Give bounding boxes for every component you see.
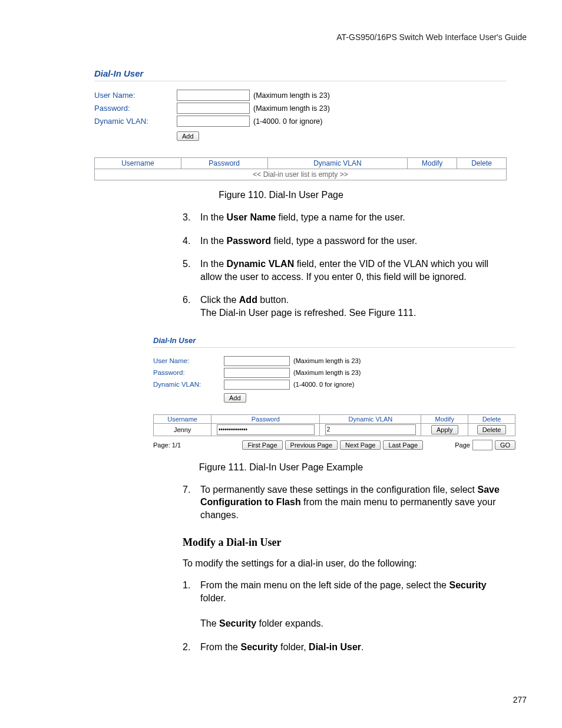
username-input-2[interactable] (224, 356, 290, 366)
fig111-caption: Figure 111. Dial-In User Page Example (35, 462, 527, 473)
page-label: Page (455, 442, 470, 449)
vlan-input[interactable] (177, 116, 250, 127)
m2-b2: Dial-in User (309, 642, 361, 652)
add-button-2[interactable]: Add (224, 393, 246, 403)
vlan-label: Dynamic VLAN: (94, 117, 177, 126)
password-hint: (Maximum length is 23) (253, 104, 330, 113)
step3-num: 3. (183, 211, 200, 224)
step5-num: 5. (183, 258, 200, 283)
fig111-title: Dial-In User (153, 336, 515, 348)
delete-button[interactable]: Delete (477, 425, 507, 434)
pager: Page: 1/1 First Page Previous Page Next … (153, 440, 515, 450)
th-password: Password (181, 158, 267, 169)
page-input[interactable] (472, 440, 492, 450)
th2-username: Username (154, 414, 211, 423)
step3-bold: User Name (226, 212, 276, 222)
doc-header: AT-GS950/16PS Switch Web Interface User'… (35, 32, 527, 42)
section-intro: To modify the settings for a dial-in use… (183, 557, 500, 570)
prev-page-button[interactable]: Previous Page (285, 440, 338, 450)
next-page-button[interactable]: Next Page (340, 440, 381, 450)
m1-l2c: folder expands. (256, 618, 323, 628)
password-input[interactable] (177, 103, 250, 114)
step7-num: 7. (183, 483, 200, 522)
password-input-2[interactable] (224, 368, 290, 378)
th2-password: Password (211, 414, 320, 423)
page-info: Page: 1/1 (153, 442, 181, 449)
step6-line2: The Dial-in User page is refreshed. See … (200, 308, 416, 318)
fig110-title: Dial-In User (94, 68, 507, 81)
m1-l2b: Security (219, 618, 256, 628)
m1-post: folder. (200, 593, 226, 603)
m-step2-num: 2. (183, 641, 200, 654)
section-heading: Modify a Dial-in User (183, 535, 500, 549)
fig110-table: Username Password Dynamic VLAN Modify De… (94, 157, 507, 180)
username-label: User Name: (94, 91, 177, 100)
password-label-2: Password: (153, 369, 224, 376)
step7-pre: To permanently save these settings in th… (200, 485, 477, 495)
step4-bold: Password (226, 236, 271, 246)
m2-pre: From the (200, 642, 240, 652)
empty-row: << Dial-in user list is empty >> (95, 169, 507, 180)
step4-num: 4. (183, 235, 200, 248)
step4-pre: In the (200, 236, 226, 246)
username-label-2: User Name: (153, 357, 224, 364)
m1-bold: Security (449, 580, 486, 590)
vlan-label-2: Dynamic VLAN: (153, 381, 224, 388)
th-modify: Modify (408, 158, 457, 169)
username-hint-2: (Maximum length is 23) (293, 357, 361, 364)
vlan-hint-2: (1-4000. 0 for ignore) (293, 381, 354, 388)
th-vlan: Dynamic VLAN (267, 158, 408, 169)
vlan-hint: (1-4000. 0 for ignore) (253, 117, 322, 126)
instructions-b: 7. To permanently save these settings in… (183, 483, 500, 654)
th2-modify: Modify (421, 414, 468, 423)
first-page-button[interactable]: First Page (242, 440, 282, 450)
last-page-button[interactable]: Last Page (383, 440, 423, 450)
password-label: Password: (94, 104, 177, 113)
step3-pre: In the (200, 212, 226, 222)
go-button[interactable]: GO (495, 440, 515, 450)
vlan-input-2[interactable] (224, 380, 290, 390)
m2-mid: folder, (278, 642, 309, 652)
password-hint-2: (Maximum length is 23) (293, 369, 361, 376)
fig110-panel: Dial-In User User Name: (Maximum length … (94, 68, 507, 180)
th-username: Username (95, 158, 181, 169)
step4-post: field, type a password for the user. (271, 236, 417, 246)
fig111-panel: Dial-In User User Name: (Maximum length … (153, 336, 515, 450)
th-delete: Delete (457, 158, 507, 169)
cell-vlan-input[interactable] (325, 424, 416, 435)
m2-b1: Security (240, 642, 277, 652)
th2-delete: Delete (468, 414, 515, 423)
instructions-a: 3. In the User Name field, type a name f… (183, 211, 500, 319)
step6-num: 6. (183, 294, 200, 319)
m2-post: . (361, 642, 363, 652)
step5-pre: In the (200, 259, 226, 269)
fig110-caption: Figure 110. Dial-In User Page (35, 190, 527, 200)
th2-vlan: Dynamic VLAN (320, 414, 421, 423)
m-step1-num: 1. (183, 579, 200, 630)
username-hint: (Maximum length is 23) (253, 91, 330, 100)
step3-post: field, type a name for the user. (276, 212, 405, 222)
apply-button[interactable]: Apply (431, 425, 458, 434)
table-row: Jenny Apply Delete (154, 423, 515, 436)
step5-bold: Dynamic VLAN (226, 259, 294, 269)
cell-username: Jenny (154, 423, 211, 436)
username-input[interactable] (177, 90, 250, 101)
step6-bold: Add (239, 295, 257, 305)
step6-pre: Click the (200, 295, 239, 305)
m1-pre: From the main menu on the left side of t… (200, 580, 449, 590)
add-button[interactable]: Add (177, 131, 199, 141)
m1-l2a: The (200, 618, 219, 628)
page-number: 277 (513, 695, 527, 704)
fig111-table: Username Password Dynamic VLAN Modify De… (153, 414, 515, 436)
cell-password-input[interactable] (217, 424, 314, 435)
step6-post: button. (257, 295, 289, 305)
